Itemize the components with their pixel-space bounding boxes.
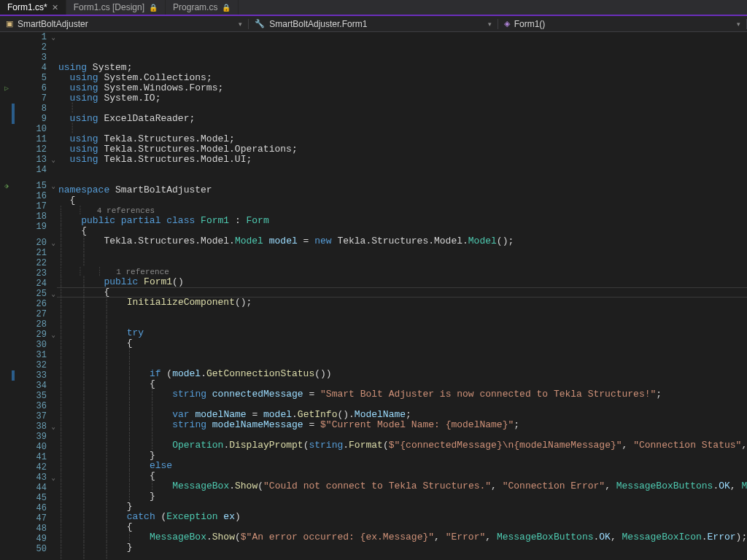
code-line[interactable]: ┊ ┊ ┊ ┊ ┊ [57, 400, 747, 410]
gutter-row: 14 [0, 165, 57, 175]
line-number: 36 [20, 401, 57, 411]
gutter-row [0, 232, 57, 238]
gutter-row: 8 [0, 104, 57, 114]
fold-toggle[interactable]: ⌄ [52, 34, 55, 42]
code-line[interactable]: ┊ ┊ ┊ ┊ { [57, 471, 747, 481]
gutter-row: 46 [0, 503, 57, 513]
line-number: 28 [20, 319, 57, 330]
code-line[interactable]: ┊ ┊ ┊ ┊ } [57, 491, 747, 502]
code-line[interactable] [57, 165, 747, 175]
fold-toggle[interactable]: ⌄ [52, 182, 55, 190]
method-icon: ◈ [504, 19, 510, 28]
gutter-row: 29⌄ [0, 330, 57, 340]
gutter-row: 17 [0, 201, 57, 211]
code-line[interactable]: ┊ ┊ ┊ ┊ ┊ string modelNameMessage = $"Cu… [57, 420, 747, 430]
code-line[interactable]: ┊ ┊ ┊ ┊ MessageBox.Show($"An error occur… [57, 532, 747, 542]
code-line[interactable]: ┊ ┊ ┊ ┊ if (model.GetConnectionStatus()) [57, 369, 747, 379]
change-indicator [12, 114, 15, 124]
code-line[interactable]: ┊ ┊ ┊ [57, 308, 747, 318]
nav-namespace-dropdown[interactable]: ▣ SmartBoltAdjuster ▾ [0, 19, 249, 29]
code-line[interactable]: ┊ ┊ [57, 257, 747, 267]
nav-member-dropdown[interactable]: ◈ Form1() ▾ [498, 19, 747, 29]
line-number: 34 [20, 381, 57, 391]
code-line[interactable]: using System.IO; [57, 93, 747, 104]
fold-toggle[interactable]: ⌄ [52, 290, 55, 298]
code-line[interactable]: ┊ ┊ ┊ ┊ ┊ [57, 430, 747, 440]
code-line[interactable]: using Tekla.Structures.Model.Operations; [57, 144, 747, 155]
line-number: 12 [20, 144, 57, 155]
code-line[interactable]: using System; [57, 63, 747, 73]
code-line[interactable]: ┊ ┊ ┊ ┊ [57, 359, 747, 369]
code-line[interactable]: ┊ ┊ ┊ InitializeComponent(); [57, 298, 747, 308]
tab-form1-design[interactable]: Form1.cs [Design] 🔒 [66, 0, 166, 15]
code-line[interactable]: ┊ ┊ ┊ ┊ ┊ string connectedMessage = "Sma… [57, 389, 747, 400]
fold-toggle[interactable]: ⌄ [52, 423, 55, 431]
code-line[interactable] [57, 175, 747, 185]
codelens[interactable]: ┊ ┊ ┊ 1 reference [57, 267, 747, 277]
fold-toggle[interactable]: ⌄ [52, 239, 55, 247]
gutter-row: 1⌄ [0, 32, 57, 42]
pin-icon[interactable]: 🔒 [222, 4, 231, 12]
pin-icon[interactable]: 🔒 [149, 4, 158, 12]
code-line[interactable]: using Tekla.Structures.Model.UI; [57, 155, 747, 165]
code-line[interactable]: using ExcelDataReader; [57, 114, 747, 124]
code-line[interactable]: ┊ ┊ ┊ ┊ ┊ Operation.DisplayPrompt(string… [57, 440, 747, 451]
tab-program-cs[interactable]: Program.cs 🔒 [166, 0, 239, 15]
gutter-row: 13⌄ [0, 155, 57, 165]
close-icon[interactable]: ✕ [52, 3, 58, 12]
code-line[interactable]: ┊ ┊ ┊ [57, 318, 747, 328]
code-line[interactable]: ┊ [57, 104, 747, 114]
line-number: 41 [20, 452, 57, 462]
line-number: 4 [20, 63, 57, 73]
nav-class-dropdown[interactable]: 🔧 SmartBoltAdjuster.Form1 ▾ [249, 19, 498, 29]
code-line[interactable]: ┊ ┊ ┊ { [57, 522, 747, 532]
line-number: 44 [20, 483, 57, 493]
gutter-row: 19 [0, 222, 57, 232]
margin-glyph[interactable]: ▷ [1, 84, 12, 93]
code-line[interactable]: ┊ ┊ ┊ ┊ { [57, 379, 747, 389]
line-number: 50 [20, 544, 57, 554]
gutter-row: 23 [0, 268, 57, 279]
code-line[interactable]: ┊ ┊ ┊ ┊ else [57, 461, 747, 471]
code-line[interactable]: ┊ ┊ ┊ } [57, 502, 747, 512]
code-line[interactable]: using System.Collections; [57, 73, 747, 83]
code-line[interactable]: ┊ ┊ ┊ [57, 553, 747, 560]
code-line[interactable]: using System.Windows.Forms; [57, 83, 747, 93]
code-line[interactable]: namespace SmartBoltAdjuster [57, 185, 747, 195]
gutter-row: 24 [0, 279, 57, 289]
gutter-row: 33 [0, 370, 57, 381]
code-line[interactable]: ┊ ┊ ┊ ┊ [57, 349, 747, 359]
code-editor[interactable]: 1⌄2345▷678910111213⌄14⬗15⌄1617181920⌄212… [0, 32, 747, 560]
gutter-row: 40 [0, 442, 57, 452]
code-line[interactable]: ┊ public partial class Form1 : Form [57, 216, 747, 226]
gutter-row: 50 [0, 544, 57, 554]
tab-form1-cs[interactable]: Form1.cs* ✕ [0, 0, 66, 15]
fold-toggle[interactable]: ⌄ [52, 156, 55, 164]
fold-toggle[interactable]: ⌄ [52, 474, 55, 482]
code-line[interactable]: ┊ ┊ ┊ ┊ ┊ MessageBox.Show("Could not con… [57, 481, 747, 491]
code-line[interactable]: ┊ ┊ Tekla.Structures.Model.Model model =… [57, 236, 747, 246]
line-number: 7 [20, 93, 57, 104]
code-line[interactable]: ┊ ┊ ┊ { [57, 338, 747, 349]
line-number: 24 [20, 279, 57, 289]
code-line[interactable]: ┊ { [57, 226, 747, 236]
gutter-row: 44 [0, 483, 57, 493]
code-line[interactable]: ┊ ┊ ┊ try [57, 328, 747, 338]
code-line[interactable]: using Tekla.Structures.Model; [57, 134, 747, 144]
code-line[interactable]: { [57, 195, 747, 206]
codelens[interactable]: ┊ ┊ 4 references [57, 206, 747, 216]
gutter-row: 49 [0, 534, 57, 544]
code-line[interactable]: ┊ ┊ public Form1() [57, 277, 747, 287]
gutter-row: 47 [0, 513, 57, 524]
code-line[interactable]: ┊ ┊ ┊ ┊ } [57, 451, 747, 461]
code-line[interactable]: ┊ ┊ [57, 246, 747, 257]
code-area[interactable]: using System; using System.Collections; … [57, 32, 747, 560]
margin-glyph[interactable]: ⬗ [1, 182, 12, 190]
code-line[interactable]: ┊ [57, 124, 747, 134]
code-line[interactable]: ┊ ┊ ┊ ┊ ┊ var modelName = model.GetInfo(… [57, 410, 747, 420]
code-line[interactable]: ┊ ┊ { [57, 287, 747, 298]
code-line[interactable]: ┊ ┊ ┊ } [57, 542, 747, 553]
line-number: 16 [20, 191, 57, 201]
fold-toggle[interactable]: ⌄ [52, 331, 55, 339]
code-line[interactable]: ┊ ┊ ┊ catch (Exception ex) [57, 512, 747, 522]
